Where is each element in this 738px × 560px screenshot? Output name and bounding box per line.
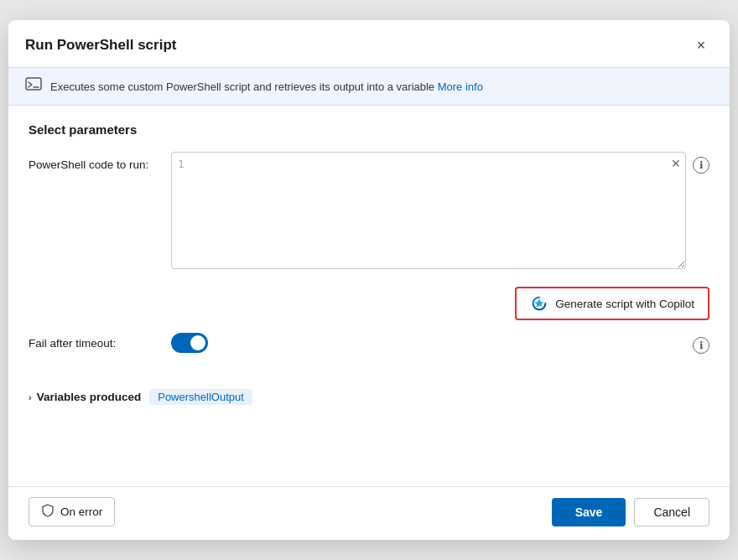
copilot-icon (530, 294, 548, 313)
on-error-label: On error (60, 506, 102, 518)
dialog-title-bar: Run PowerShell script × (8, 20, 730, 67)
info-banner: Executes some custom PowerShell script a… (8, 67, 730, 106)
copilot-button-row: Generate script with Copilot (29, 287, 709, 320)
code-field-content: 1 ✕ ℹ (171, 152, 709, 272)
code-info-icon[interactable]: ℹ (693, 157, 709, 174)
run-powershell-dialog: Run PowerShell script × Executes some cu… (8, 20, 730, 540)
dialog-title: Run PowerShell script (25, 37, 176, 54)
code-label: PowerShell code to run: (29, 152, 171, 171)
code-editor-wrap: 1 ✕ (171, 152, 686, 272)
timeout-toggle[interactable] (171, 333, 208, 353)
variable-badge: PowershellOutput (149, 389, 252, 405)
close-button[interactable]: × (689, 34, 713, 57)
generate-script-copilot-button[interactable]: Generate script with Copilot (515, 287, 709, 320)
chevron-right-icon: › (29, 392, 32, 402)
dialog-footer: On error Save Cancel (8, 486, 730, 540)
timeout-info-icon[interactable]: ℹ (693, 337, 709, 354)
cancel-button[interactable]: Cancel (634, 498, 709, 526)
footer-actions: Save Cancel (552, 498, 709, 526)
terminal-icon (25, 76, 42, 96)
powershell-code-input[interactable] (171, 152, 686, 269)
more-info-link[interactable]: More info (438, 80, 483, 93)
timeout-field-row: Fail after timeout: ℹ (29, 332, 709, 354)
dialog-body: Select parameters PowerShell code to run… (8, 106, 730, 486)
section-title: Select parameters (29, 122, 709, 137)
variables-toggle[interactable]: › Variables produced (29, 391, 141, 403)
timeout-label: Fail after timeout: (29, 337, 171, 350)
banner-text: Executes some custom PowerShell script a… (50, 80, 713, 93)
copilot-button-label: Generate script with Copilot (555, 298, 694, 310)
on-error-button[interactable]: On error (29, 497, 115, 526)
timeout-toggle-wrap: ℹ (171, 332, 709, 354)
code-field-row: PowerShell code to run: 1 ✕ ℹ (29, 152, 709, 272)
save-button[interactable]: Save (552, 498, 626, 526)
clear-code-button[interactable]: ✕ (671, 157, 681, 170)
variables-row: › Variables produced PowershellOutput (29, 389, 709, 405)
toggle-slider (171, 333, 208, 353)
svg-rect-0 (26, 78, 41, 90)
shield-icon (41, 504, 55, 520)
variables-label: Variables produced (37, 391, 142, 403)
